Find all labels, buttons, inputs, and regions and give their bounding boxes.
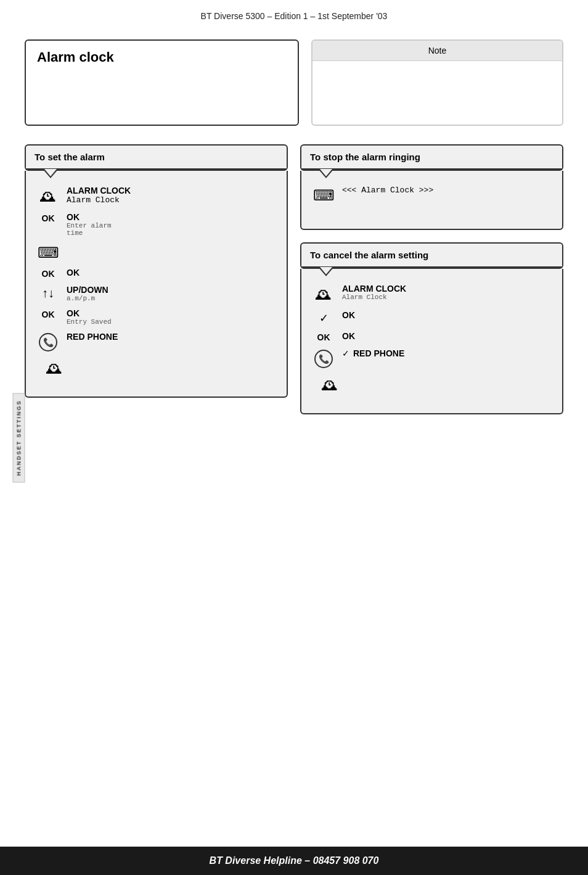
set-ok-sub-1: Enter alarm <box>67 222 278 229</box>
cancel-step-3: OK OK <box>310 331 553 342</box>
stop-step-1: ⌨ <<< Alarm Clock >>> <box>310 186 553 204</box>
note-box: Note <box>311 39 563 126</box>
set-step-6: OK OK Entry Saved <box>35 308 278 326</box>
set-alarm-clock-label: ALARM CLOCK <box>67 186 278 195</box>
cancel-alarm-clock-label: ALARM CLOCK <box>342 284 553 294</box>
note-header: Note <box>312 41 562 61</box>
set-alarm-title: To set the alarm <box>26 146 287 170</box>
cancel-step-1: 🕰 ALARM CLOCK Alarm Clock <box>310 284 553 304</box>
set-ok-label-3: OK <box>67 308 278 318</box>
side-label: HANDSET SETTINGS <box>13 393 25 482</box>
alarm-icon-result-2: 🕰 <box>316 374 343 395</box>
updown-icon: ↑↓ <box>35 285 62 300</box>
cancel-ok-check-label: OK <box>342 310 553 320</box>
alarm-icon-cancel: 🕰 <box>310 284 337 304</box>
set-alarm-clock-sub: Alarm Clock <box>67 195 278 205</box>
stop-display-label: <<< Alarm Clock >>> <box>342 186 553 195</box>
keypad-icon-1: ⌨ <box>35 243 62 261</box>
set-time-label: time <box>67 229 278 237</box>
footer-text: BT Diverse Helpline – 08457 908 070 <box>210 855 379 866</box>
set-step-3: ⌨ <box>35 243 278 261</box>
set-step-4: OK OK <box>35 268 278 279</box>
set-step-5: ↑↓ UP/DOWN a.m/p.m <box>35 285 278 302</box>
right-column: To stop the alarm ringing ⌨ <<< Alarm Cl… <box>300 144 563 414</box>
header-text: BT Diverse 5300 – Edition 1 – 1st Septem… <box>201 11 388 21</box>
stop-alarm-title: To stop the alarm ringing <box>301 146 562 170</box>
set-step-7: 📞 RED PHONE <box>35 332 278 351</box>
set-red-phone-label: RED PHONE <box>67 332 278 342</box>
set-ok-label-2: OK <box>67 268 278 277</box>
cancel-step-2: ✓ OK <box>310 310 553 325</box>
ok-label-1: OK <box>35 212 62 223</box>
cancel-step-5: 🕰 <box>310 374 553 395</box>
set-alarm-section: To set the alarm 🕰 ALARM CLOCK Alarm Clo… <box>25 144 288 398</box>
alarm-icon-1: 🕰 <box>35 186 62 206</box>
red-phone-icon-cancel: 📞 <box>310 348 337 368</box>
footer-bar: BT Diverse Helpline – 08457 908 070 <box>0 847 588 875</box>
set-ok-label-1: OK <box>67 212 278 222</box>
cancel-red-phone-label: RED PHONE <box>353 348 404 358</box>
set-ampm-label: a.m/p.m <box>67 295 278 302</box>
red-phone-icon-1: 📞 <box>35 332 62 351</box>
page-header: BT Diverse 5300 – Edition 1 – 1st Septem… <box>0 0 588 27</box>
set-step-8: 🕰 <box>35 358 278 378</box>
cancel-alarm-title: To cancel the alarm setting <box>301 244 562 268</box>
set-step-1: 🕰 ALARM CLOCK Alarm Clock <box>35 186 278 206</box>
check-icon-2: ✓ <box>342 348 349 358</box>
set-updown-label: UP/DOWN <box>67 285 278 295</box>
alarm-clock-title-box: Alarm clock <box>25 39 299 126</box>
set-step-2: OK OK Enter alarm time <box>35 212 278 237</box>
cancel-ok-label: OK <box>342 331 553 341</box>
cancel-step-4: 📞 ✓ RED PHONE <box>310 348 553 368</box>
alarm-clock-title: Alarm clock <box>37 49 114 65</box>
set-entry-saved: Entry Saved <box>67 318 278 326</box>
alarm-icon-result-1: 🕰 <box>41 358 68 378</box>
check-icon-1: ✓ <box>310 310 337 325</box>
note-content <box>312 61 562 125</box>
cancel-alarm-clock-sub: Alarm Clock <box>342 294 553 301</box>
keypad-icon-stop: ⌨ <box>310 186 337 204</box>
